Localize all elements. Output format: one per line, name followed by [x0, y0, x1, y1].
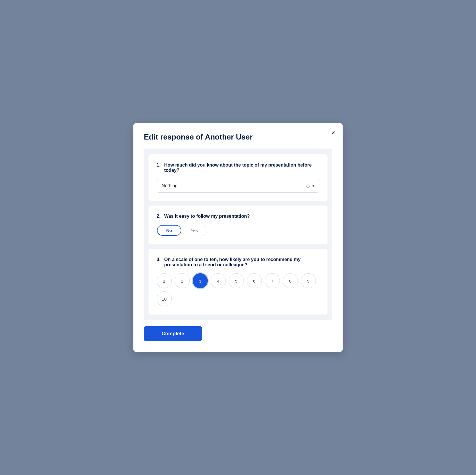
scale-btn-4[interactable]: 4: [211, 273, 226, 288]
radio-option-no[interactable]: No: [157, 225, 181, 236]
close-button[interactable]: ×: [330, 128, 337, 137]
modal-title: Edit response of Another User: [144, 133, 332, 142]
question-text-2: Was it easy to follow my presentation?: [164, 214, 250, 219]
question-number-2: 2.: [157, 214, 162, 219]
complete-button[interactable]: Complete: [144, 326, 202, 341]
dropdown-value-q1: Nothing: [162, 183, 306, 188]
scale-btn-1[interactable]: 1: [157, 273, 172, 288]
edit-response-modal: × Edit response of Another User 1. How m…: [133, 123, 343, 352]
eraser-icon: ◇: [306, 183, 310, 189]
question-text-3: On a scale of one to ten, how likely are…: [164, 257, 319, 267]
question-label-3: 3. On a scale of one to ten, how likely …: [157, 257, 319, 267]
question-text-1: How much did you know about the topic of…: [164, 162, 319, 173]
scale-group-q3: 12345678910: [157, 273, 319, 306]
scale-btn-9[interactable]: 9: [301, 273, 316, 288]
question-label-1: 1. How much did you know about the topic…: [157, 162, 319, 173]
modal-overlay: × Edit response of Another User 1. How m…: [0, 0, 476, 475]
question-number-1: 1.: [157, 162, 162, 173]
question-card-1: 1. How much did you know about the topic…: [148, 154, 328, 201]
question-label-2: 2. Was it easy to follow my presentation…: [157, 214, 319, 219]
question-number-3: 3.: [157, 257, 162, 267]
scale-btn-2[interactable]: 2: [175, 273, 190, 288]
dropdown-icons-q1: ◇ ▾: [306, 183, 314, 189]
question-card-3: 3. On a scale of one to ten, how likely …: [148, 249, 328, 315]
scale-btn-6[interactable]: 6: [247, 273, 262, 288]
chevron-down-icon: ▾: [312, 183, 314, 188]
scale-btn-3[interactable]: 3: [193, 273, 208, 288]
scale-btn-7[interactable]: 7: [265, 273, 280, 288]
scale-btn-10[interactable]: 10: [157, 291, 172, 306]
dropdown-q1[interactable]: Nothing ◇ ▾: [157, 179, 319, 193]
radio-option-yes[interactable]: Yes: [181, 225, 207, 236]
modal-body: 1. How much did you know about the topic…: [144, 149, 332, 320]
scale-btn-8[interactable]: 8: [283, 273, 298, 288]
radio-group-q2: No Yes: [157, 225, 207, 236]
question-card-2: 2. Was it easy to follow my presentation…: [148, 206, 328, 244]
scale-btn-5[interactable]: 5: [229, 273, 244, 288]
